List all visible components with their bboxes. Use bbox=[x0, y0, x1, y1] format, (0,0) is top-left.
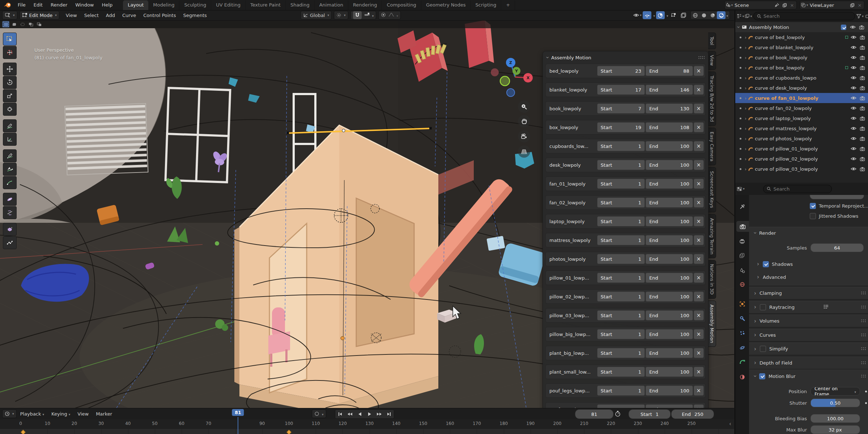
sidebar-tab[interactable]: View bbox=[708, 51, 716, 70]
topbar-menu-item[interactable]: Render bbox=[47, 0, 71, 10]
remove-button[interactable] bbox=[694, 122, 704, 132]
camera-icon[interactable] bbox=[860, 106, 865, 111]
start-frame-field[interactable]: Start 1 bbox=[597, 141, 645, 151]
properties-editor-icon[interactable] bbox=[738, 186, 744, 192]
orientation-selector[interactable]: Global bbox=[301, 11, 332, 20]
motion-blur-checkbox[interactable] bbox=[759, 373, 765, 379]
outliner-row[interactable]: › curve of mattress_lowpoly bbox=[735, 123, 868, 133]
render-expand-icon[interactable] bbox=[754, 230, 756, 236]
collapse-icon[interactable] bbox=[546, 54, 549, 61]
select-mode-intersect[interactable] bbox=[35, 21, 43, 27]
workspace-tab[interactable]: UV Editing bbox=[211, 0, 246, 10]
current-frame-field[interactable]: 81 bbox=[575, 409, 613, 419]
properties-section[interactable]: Simplify bbox=[749, 342, 868, 355]
end-frame-field[interactable]: End 100 bbox=[646, 404, 693, 408]
start-frame-field[interactable]: Start 1 bbox=[597, 179, 645, 189]
advanced-expand-icon[interactable] bbox=[757, 274, 759, 280]
topbar-menu-item[interactable]: File bbox=[14, 0, 30, 10]
workspace-tab[interactable]: Geometry Nodes bbox=[421, 0, 471, 10]
sidebar-tab[interactable]: Screencast Keys bbox=[708, 167, 716, 212]
start-frame-field[interactable]: Start 1 bbox=[597, 197, 645, 208]
eye-icon[interactable] bbox=[851, 167, 856, 171]
camera-icon[interactable] bbox=[860, 136, 865, 141]
viewport-menu-item[interactable]: Add bbox=[102, 13, 119, 18]
blender-logo-icon[interactable] bbox=[3, 1, 12, 9]
filter-funnel-icon[interactable] bbox=[857, 13, 863, 19]
workspace-tab[interactable]: Compositing bbox=[382, 0, 421, 10]
collection-name[interactable]: Assembly Motion bbox=[749, 25, 839, 30]
end-frame-field[interactable]: End 100 bbox=[646, 329, 693, 339]
overlays-dropdown[interactable] bbox=[666, 13, 668, 18]
expand-icon[interactable]: › bbox=[745, 106, 746, 111]
tab-viewlayer[interactable] bbox=[736, 250, 748, 261]
bleeding-bias-field[interactable]: 100.00 bbox=[810, 414, 860, 423]
gizmo-z-axis[interactable]: Z bbox=[506, 58, 515, 67]
select-mode-subtract[interactable] bbox=[19, 21, 26, 27]
new-collection-icon[interactable] bbox=[865, 13, 868, 19]
expand-icon[interactable]: › bbox=[745, 146, 746, 152]
end-frame-field[interactable]: End 146 bbox=[646, 85, 693, 95]
eye-icon[interactable] bbox=[850, 25, 856, 29]
editor-type-button[interactable] bbox=[2, 11, 17, 20]
start-frame-field[interactable]: Start 1 bbox=[597, 348, 645, 358]
viewport-menu-item[interactable]: Curve bbox=[119, 13, 140, 18]
section-checkbox[interactable] bbox=[760, 346, 766, 352]
viewlayer-name[interactable]: ViewLayer bbox=[809, 3, 847, 8]
end-frame-field[interactable]: End 100 bbox=[646, 160, 693, 170]
workspace-tab[interactable]: Layout bbox=[123, 0, 148, 10]
shadows-checkbox[interactable] bbox=[763, 261, 769, 267]
camera-icon[interactable] bbox=[860, 55, 865, 60]
camera-icon[interactable] bbox=[860, 45, 865, 50]
scene-icon[interactable] bbox=[726, 2, 732, 8]
tab-render[interactable] bbox=[736, 221, 749, 232]
sidebar-tab[interactable]: Assembly Motion bbox=[708, 301, 716, 347]
play-button[interactable] bbox=[365, 410, 374, 418]
start-frame-field[interactable]: Start 1 bbox=[597, 386, 645, 396]
scene-selector[interactable]: Scene × bbox=[724, 1, 797, 9]
end-frame-field[interactable]: End 100 bbox=[646, 292, 693, 302]
gizmo-dropdown[interactable] bbox=[652, 13, 655, 18]
sidebar-tab[interactable]: Easy Camera bbox=[708, 128, 716, 166]
camera-icon[interactable] bbox=[859, 25, 864, 30]
advanced-label[interactable]: Advanced bbox=[763, 275, 786, 280]
start-frame-field[interactable]: Start 1 bbox=[597, 404, 645, 408]
remove-button[interactable] bbox=[694, 367, 704, 377]
camera-icon[interactable] bbox=[860, 86, 865, 90]
perspective-toggle-button[interactable] bbox=[518, 145, 530, 158]
expand-icon[interactable]: › bbox=[745, 45, 746, 50]
remove-button[interactable] bbox=[694, 292, 704, 302]
previous-keyframe-button[interactable] bbox=[345, 410, 355, 418]
tab-physics[interactable] bbox=[736, 342, 748, 353]
drag-handle-icon[interactable] bbox=[861, 291, 866, 295]
eye-icon[interactable] bbox=[851, 146, 856, 151]
remove-button[interactable] bbox=[694, 141, 704, 151]
sidebar-tab[interactable]: Nations in 3D bbox=[708, 260, 716, 298]
remove-button[interactable] bbox=[694, 179, 704, 189]
timeline-menu-item[interactable]: Playback▾ bbox=[17, 411, 48, 417]
snap-settings-button[interactable] bbox=[364, 12, 374, 18]
eye-icon[interactable] bbox=[851, 157, 856, 161]
tool-move[interactable] bbox=[3, 63, 17, 76]
xray-toggle[interactable] bbox=[669, 11, 678, 19]
expand-icon[interactable] bbox=[754, 359, 756, 366]
drag-handle-icon[interactable] bbox=[861, 361, 866, 365]
playhead[interactable] bbox=[238, 417, 238, 434]
tool-extrude[interactable] bbox=[3, 223, 17, 236]
topbar-menu-item[interactable]: Window bbox=[71, 0, 98, 10]
gizmo-toggle[interactable] bbox=[643, 11, 651, 19]
orientation-label[interactable]: Global bbox=[310, 13, 325, 18]
temporal-reprojection-checkbox[interactable] bbox=[810, 203, 816, 209]
camera-icon[interactable] bbox=[860, 126, 865, 131]
end-frame-field[interactable]: End 100 bbox=[646, 141, 693, 151]
eye-icon[interactable] bbox=[851, 106, 856, 110]
end-frame-field[interactable]: End 100 bbox=[646, 310, 693, 320]
shadows-label[interactable]: Shadows bbox=[772, 261, 793, 267]
start-frame-field[interactable]: Start 1 bbox=[597, 273, 645, 283]
outliner-row[interactable]: › curve of cupboards_lowpo bbox=[735, 73, 868, 83]
end-frame-field[interactable]: End 130 bbox=[646, 103, 693, 114]
tool-randomize[interactable] bbox=[3, 236, 17, 249]
topbar-menu-item[interactable]: Edit bbox=[30, 0, 47, 10]
tab-particles[interactable] bbox=[736, 328, 748, 339]
camera-icon[interactable] bbox=[860, 167, 865, 171]
expand-icon[interactable]: › bbox=[745, 35, 746, 40]
